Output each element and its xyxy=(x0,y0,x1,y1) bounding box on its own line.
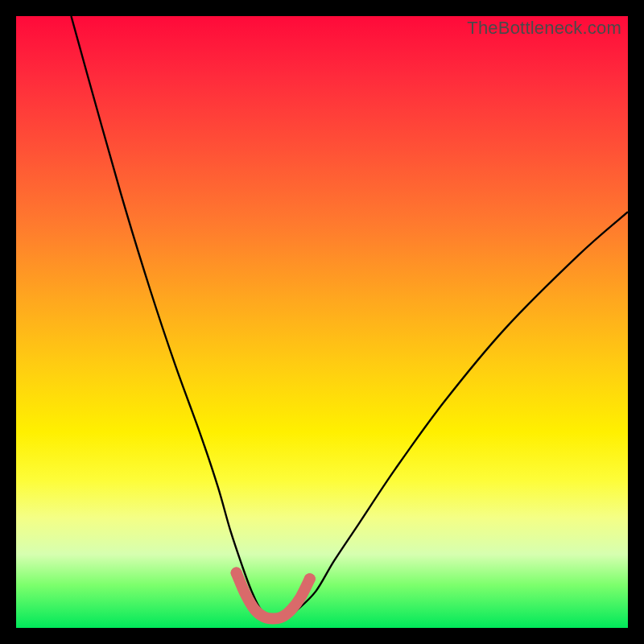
highlight-start-dot xyxy=(231,568,242,579)
chart-frame: TheBottleneck.com xyxy=(16,16,628,628)
highlight-end-dot xyxy=(304,573,316,584)
chart-svg xyxy=(16,16,628,628)
bottleneck-curve-path xyxy=(71,16,628,620)
watermark-text: TheBottleneck.com xyxy=(467,18,621,39)
